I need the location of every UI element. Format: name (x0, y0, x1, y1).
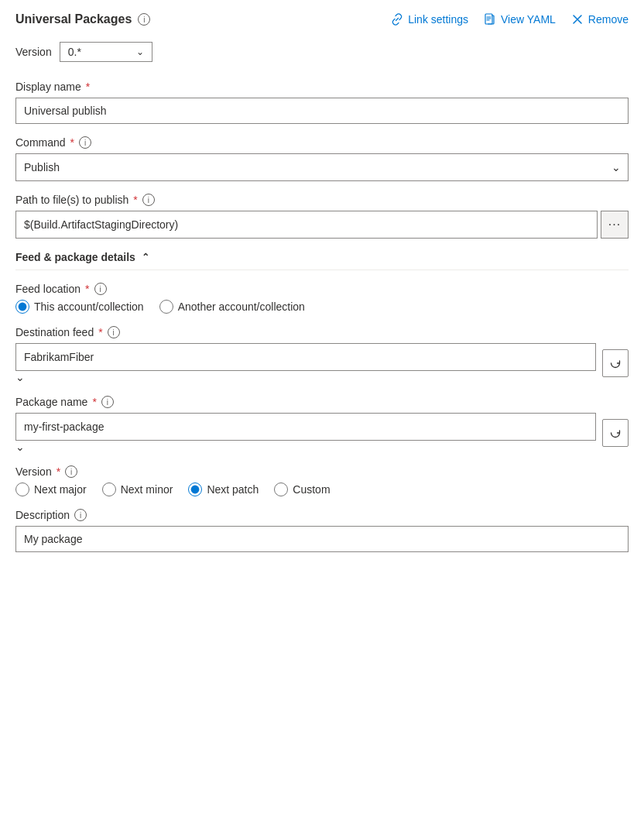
header-left: Universal Packages i (15, 12, 150, 26)
path-info-icon[interactable]: i (142, 194, 155, 206)
destination-feed-row: FabrikamFiber ⌄ (15, 343, 629, 383)
package-name-info-icon[interactable]: i (101, 396, 114, 408)
version-dropdown-chevron: ⌄ (136, 46, 144, 57)
command-label: Command * i (15, 136, 629, 149)
feed-location-field: Feed location * i This account/collectio… (15, 283, 629, 314)
display-name-label: Display name * (15, 81, 629, 93)
yaml-icon (484, 13, 496, 26)
link-settings-label: Link settings (408, 13, 468, 26)
version-required: * (57, 465, 60, 478)
package-name-row: my-first-package ⌄ (15, 413, 629, 453)
version-selector-section: Version 0.* ⌄ (15, 42, 629, 62)
command-field: Command * i Publish Download ⌄ (15, 136, 629, 181)
package-name-select[interactable]: my-first-package (15, 413, 596, 441)
destination-feed-info-icon[interactable]: i (108, 326, 120, 338)
destination-feed-select[interactable]: FabrikamFiber (15, 343, 596, 371)
feed-location-label: Feed location * i (15, 283, 629, 295)
feed-location-this-account[interactable]: This account/collection (15, 300, 144, 314)
version-next-major-label: Next major (34, 483, 87, 496)
version-next-patch-radio[interactable] (188, 482, 202, 496)
version-next-minor[interactable]: Next minor (102, 482, 173, 496)
remove-label: Remove (588, 13, 629, 26)
feed-package-section-header: Feed & package details ⌃ (15, 251, 629, 270)
package-name-field: Package name * i my-first-package ⌄ (15, 396, 629, 453)
destination-feed-chevron: ⌄ (15, 371, 25, 383)
feed-location-this-account-label: This account/collection (34, 300, 144, 313)
path-field: Path to file(s) to publish * i ··· (15, 194, 629, 239)
version-next-major[interactable]: Next major (15, 482, 87, 496)
version-custom-label: Custom (293, 483, 330, 496)
version-custom[interactable]: Custom (274, 482, 330, 496)
package-name-label: Package name * i (15, 396, 629, 408)
command-info-icon[interactable]: i (79, 136, 91, 149)
feed-location-another-account-radio[interactable] (159, 300, 173, 314)
feed-package-title: Feed & package details (15, 251, 135, 263)
package-name-required: * (92, 396, 96, 408)
description-info-icon[interactable]: i (74, 509, 87, 521)
version-dropdown[interactable]: 0.* ⌄ (60, 42, 152, 62)
header-actions: Link settings View YAML Remove (391, 13, 629, 26)
version-dropdown-value: 0.* (68, 46, 81, 58)
version-next-minor-radio[interactable] (102, 482, 116, 496)
version-info-icon[interactable]: i (65, 465, 77, 478)
destination-feed-refresh-button[interactable] (602, 349, 629, 377)
path-label: Path to file(s) to publish * i (15, 194, 629, 206)
remove-action[interactable]: Remove (571, 13, 629, 26)
feed-location-info-icon[interactable]: i (94, 283, 107, 295)
path-ellipsis-button[interactable]: ··· (601, 211, 629, 239)
version-field: Version * i Next major Next minor Next p… (15, 465, 629, 496)
view-yaml-action[interactable]: View YAML (484, 13, 556, 26)
link-icon (391, 13, 403, 26)
destination-feed-label: Destination feed * i (15, 326, 629, 338)
feed-package-chevron-up: ⌃ (142, 252, 149, 263)
version-next-patch[interactable]: Next patch (188, 482, 259, 496)
command-required: * (70, 136, 74, 149)
version-next-major-radio[interactable] (15, 482, 29, 496)
path-input[interactable] (15, 211, 598, 239)
destination-feed-required: * (98, 326, 102, 338)
version-next-minor-label: Next minor (121, 483, 173, 496)
remove-icon (571, 13, 584, 26)
description-label: Description i (15, 509, 629, 521)
package-name-refresh-button[interactable] (602, 419, 629, 447)
link-settings-action[interactable]: Link settings (391, 13, 468, 26)
feed-location-radio-group: This account/collection Another account/… (15, 300, 629, 314)
version-field-label: Version * i (15, 465, 629, 478)
version-selector-label: Version (15, 46, 52, 58)
feed-location-another-account[interactable]: Another account/collection (159, 300, 305, 314)
refresh-icon (609, 357, 622, 369)
page-title: Universal Packages (15, 12, 132, 26)
package-name-chevron: ⌄ (15, 441, 25, 453)
version-radio-group: Next major Next minor Next patch Custom (15, 482, 629, 496)
display-name-required: * (86, 81, 90, 93)
package-name-select-wrapper: my-first-package ⌄ (15, 413, 596, 453)
feed-location-this-account-radio[interactable] (15, 300, 29, 314)
version-custom-radio[interactable] (274, 482, 288, 496)
destination-feed-field: Destination feed * i FabrikamFiber ⌄ (15, 326, 629, 383)
path-required: * (133, 194, 137, 206)
display-name-input[interactable] (15, 98, 629, 124)
destination-feed-select-wrapper: FabrikamFiber ⌄ (15, 343, 596, 383)
display-name-field: Display name * (15, 81, 629, 124)
feed-location-required: * (85, 283, 89, 295)
feed-location-another-account-label: Another account/collection (178, 300, 305, 313)
page-header: Universal Packages i Link settings View … (15, 12, 629, 26)
refresh-icon-2 (609, 427, 622, 439)
command-select[interactable]: Publish Download (15, 153, 629, 181)
view-yaml-label: View YAML (501, 13, 556, 26)
title-info-icon[interactable]: i (138, 13, 150, 26)
path-input-wrapper: ··· (15, 211, 629, 239)
command-select-wrapper: Publish Download ⌄ (15, 153, 629, 181)
description-input[interactable] (15, 526, 629, 552)
description-field: Description i (15, 509, 629, 552)
version-next-patch-label: Next patch (207, 483, 259, 496)
